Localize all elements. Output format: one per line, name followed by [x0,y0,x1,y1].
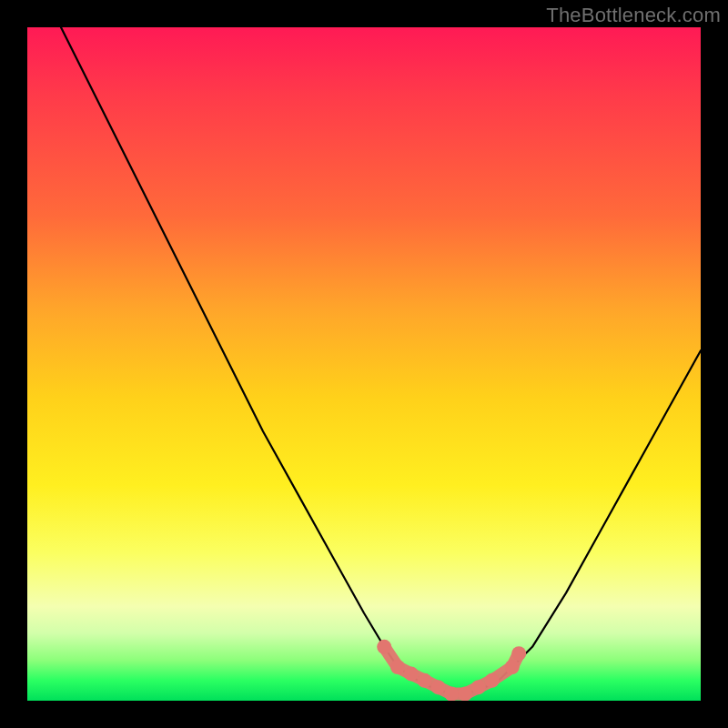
bottleneck-curve [61,27,701,694]
svg-point-6 [458,687,472,701]
svg-point-5 [444,687,459,701]
curve-layer [27,27,701,701]
plot-area [27,27,701,701]
svg-point-4 [430,680,445,694]
svg-point-3 [418,673,432,688]
watermark-text: TheBottleneck.com [546,4,721,27]
chart-frame: TheBottleneck.com [0,0,728,728]
svg-point-2 [404,666,419,681]
highlight-markers [377,640,526,701]
svg-point-0 [377,640,391,654]
svg-point-9 [505,660,520,674]
svg-point-8 [485,673,500,688]
svg-point-7 [471,680,486,694]
svg-point-10 [511,646,526,661]
svg-point-1 [390,660,405,674]
